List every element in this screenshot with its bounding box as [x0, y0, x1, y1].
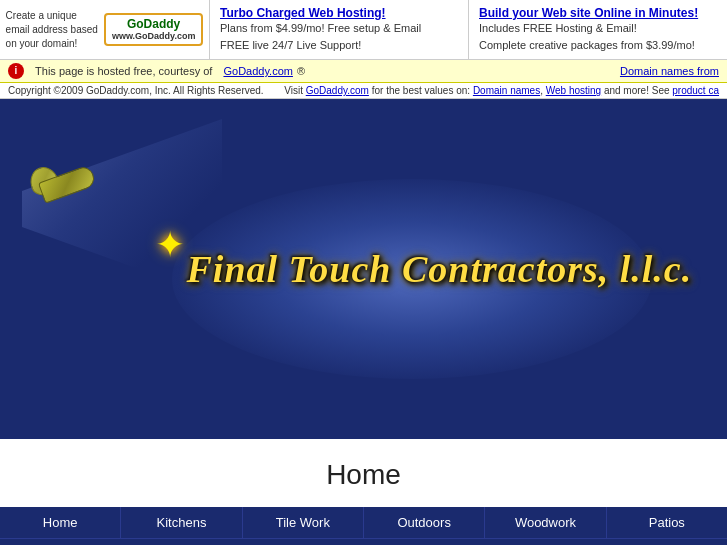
web-hosting-link[interactable]: Web hosting — [546, 85, 601, 96]
nav-item-patios[interactable]: Patios — [607, 507, 727, 538]
domain-names-from-link[interactable]: Domain names from — [620, 65, 719, 77]
nav-item-outdoors[interactable]: Outdoors — [364, 507, 485, 538]
domain-names-link[interactable]: Domain names — [473, 85, 540, 96]
nav-item-home[interactable]: Home — [0, 507, 121, 538]
nav-item-woodwork[interactable]: Woodwork — [485, 507, 606, 538]
turbo-hosting-link[interactable]: Turbo Charged Web Hosting! — [220, 6, 386, 20]
home-heading: Home — [0, 439, 727, 507]
nav-bar: HomeKitchensTile WorkOutdoorsWoodworkPat… — [0, 507, 727, 538]
visit-text: Visit GoDaddy.com for the best values on… — [284, 85, 719, 96]
product-ca-link[interactable]: product ca — [672, 85, 719, 96]
info-icon: i — [8, 63, 24, 79]
hero-section: Final Touch Contractors, l.l.c. — [0, 99, 727, 439]
notice-bar-right: Domain names from — [620, 65, 719, 77]
godaddy-visit-link[interactable]: GoDaddy.com — [306, 85, 369, 96]
nav-item-tile-work[interactable]: Tile Work — [243, 507, 364, 538]
ad-left: Create a unique email address based on y… — [0, 0, 210, 59]
ad-left-text: Create a unique email address based on y… — [6, 9, 98, 51]
nav-item-kitchens[interactable]: Kitchens — [121, 507, 242, 538]
ad-center: Turbo Charged Web Hosting! Plans from $4… — [210, 0, 469, 59]
notice-bar: i This page is hosted free, courtesy of … — [0, 60, 727, 83]
copyright-bar: Copyright ©2009 GoDaddy.com, Inc. All Ri… — [0, 83, 727, 99]
top-ad-bar: Create a unique email address based on y… — [0, 0, 727, 60]
godaddy-notice-link[interactable]: GoDaddy.com — [223, 65, 293, 77]
godaddy-logo[interactable]: GoDaddy www.GoDaddy.com — [104, 13, 204, 46]
flashlight — [30, 159, 110, 209]
build-website-link[interactable]: Build your Web site Online in Minutes! — [479, 6, 698, 20]
tagline-bar: Built From Nothing — [0, 538, 727, 545]
ad-right: Build your Web site Online in Minutes! I… — [469, 0, 727, 59]
notice-bar-left: i This page is hosted free, courtesy of … — [8, 63, 305, 79]
company-title: Final Touch Contractors, l.l.c. — [186, 247, 692, 291]
